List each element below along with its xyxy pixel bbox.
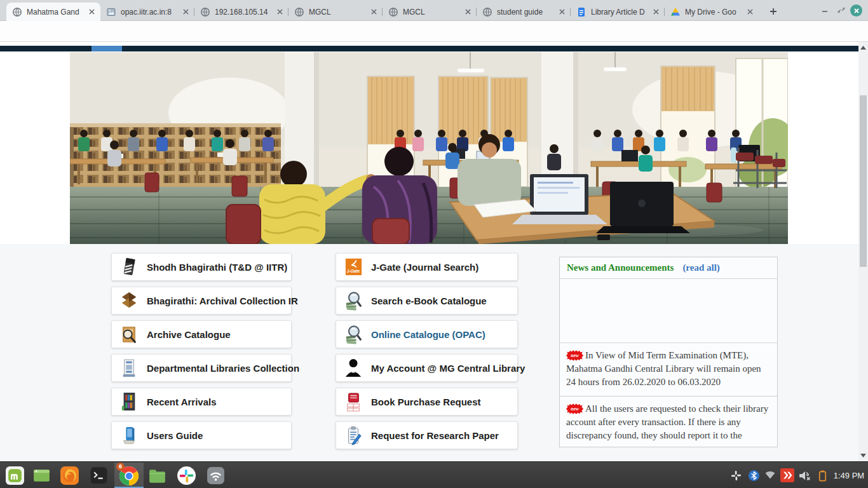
tab-my-drive[interactable]: My Drive - Goo [665,3,759,21]
taskbar-clock[interactable]: 1:49 PM [832,462,865,488]
tab-mahatma-gandhi[interactable]: Mahatma Gand [6,3,100,21]
network-manager-button[interactable] [203,464,227,486]
volume-muted-tray-icon[interactable] [797,467,812,484]
link-my-account[interactable]: My Account @ MG Central Library [336,354,518,382]
tab-title: MGCL [309,8,369,17]
news-item-text: In View of Mid Term Examination (MTE), M… [566,350,761,387]
link-book-purchase[interactable]: Book Purchase Request [336,388,518,416]
news-marquee-spacer [560,279,777,343]
battery-tray-icon[interactable] [815,467,830,484]
restore-button[interactable] [835,4,848,17]
close-tab-icon[interactable] [651,7,661,17]
link-label: Bhagirathi: Archival Collection IR [147,295,298,306]
firefox-button[interactable] [57,464,81,486]
link-label: Online Catalogue (OPAC) [371,329,485,340]
news-item: newAll the users are requested to check … [560,396,777,447]
link-label: Request for Research Paper [371,430,499,441]
link-label: Recent Arrivals [147,396,217,407]
terminal-button[interactable] [86,464,111,486]
site-nav-active-item[interactable] [92,46,122,51]
globe-icon [482,7,492,17]
globe-icon [388,7,398,17]
library-photo [70,52,788,244]
scroll-down-icon[interactable] [860,452,866,458]
link-opac[interactable]: Online Catalogue (OPAC) [336,320,518,348]
page-viewport: Shodh Bhagirathi (T&D @ IITR) Bhagirathi… [0,42,858,461]
tab-title: MGCL [403,8,463,17]
tab-title: 192.168.105.14 [215,8,275,17]
tab-opac[interactable]: opac.iitr.ac.in:8 [100,3,194,21]
link-label: Archive Catalogue [147,329,231,340]
minimize-button[interactable] [818,4,831,17]
tab-ip-address[interactable]: 192.168.105.14 [194,3,288,21]
slack-button[interactable] [174,464,198,486]
link-archival-collection[interactable]: Bhagirathi: Archival Collection IR [111,287,292,315]
tab-title: Library Article D [591,8,651,17]
news-item-text: All the users are requested to check the… [566,403,768,440]
files-button[interactable] [145,464,169,486]
red-notifier-tray-icon[interactable] [780,467,795,484]
link-label: J-Gate (Journal Search) [371,262,478,273]
close-window-button[interactable] [850,4,862,17]
close-tab-icon[interactable] [745,7,755,17]
bookshelf-icon [120,391,138,412]
link-ebook-catalogue[interactable]: Search e-Book Catalogue [336,287,518,315]
mint-menu-button[interactable] [3,464,27,486]
new-badge-icon: new [566,403,583,414]
new-tab-button[interactable] [766,4,780,18]
link-departmental-libraries[interactable]: Departmental Libraries Collection [111,354,292,382]
close-tab-icon[interactable] [369,7,379,17]
wifi-settings-icon [206,466,226,485]
wifi-tray-icon[interactable] [763,467,778,484]
clipboard-pencil-icon [344,424,362,446]
tab-title: student guide [497,8,557,17]
close-tab-icon[interactable] [180,7,191,17]
browser-toolbar: Not secure mgcl.iitr.ac.in G [0,21,868,42]
globe-icon [294,7,304,17]
mint-logo-icon [5,466,25,485]
slack-icon [177,466,196,485]
taskbar: 6 1:49 PM [0,461,868,488]
link-label: Users Guide [147,430,203,441]
svg-text:new: new [571,406,580,412]
tab-student-guide[interactable]: student guide [477,3,571,21]
user-account-icon [344,357,362,379]
tab-library-article[interactable]: Library Article D [571,3,665,21]
notification-badge: 6 [116,463,125,471]
tab-mgcl-2[interactable]: MGCL [383,3,477,21]
tab-title: Mahatma Gand [27,8,86,17]
svg-text:J-Gate: J-Gate [347,269,360,273]
link-label: Shodh Bhagirathi (T&D @ IITR) [147,262,287,273]
news-panel: News and Announcements (read all) newIn … [559,257,778,447]
link-research-paper-request[interactable]: Request for Research Paper [336,421,518,449]
tab-mgcl-1[interactable]: MGCL [288,3,383,21]
scroll-up-icon[interactable] [860,45,866,51]
chrome-taskbar-button[interactable]: 6 [114,463,144,488]
link-users-guide[interactable]: Users Guide [111,421,292,449]
firefox-icon [60,466,79,485]
guide-standee-icon [120,424,138,446]
close-tab-icon[interactable] [86,7,97,17]
link-archive-catalogue[interactable]: Archive Catalogue [111,320,292,348]
news-header: News and Announcements (read all) [560,257,777,279]
book-search-icon [344,290,362,311]
scrollbar-thumb[interactable] [860,95,867,267]
svg-text:new: new [571,353,580,358]
link-label: My Account @ MG Central Library [371,363,525,374]
slack-tray-icon[interactable] [728,467,743,484]
news-title: News and Announcements [567,262,674,273]
read-all-link[interactable]: (read all) [682,262,719,273]
link-recent-arrivals[interactable]: Recent Arrivals [111,388,292,416]
close-tab-icon[interactable] [463,7,473,17]
page-scrollbar[interactable] [858,42,868,461]
show-desktop-button[interactable] [29,464,53,486]
new-badge-icon: new [566,350,583,361]
link-label: Search e-Book Catalogue [371,295,487,306]
browser-tab-strip: Mahatma Gand opac.iitr.ac.in:8 192.168.1… [0,0,868,21]
bluetooth-tray-icon[interactable] [746,467,761,484]
link-jgate[interactable]: J-Gate J-Gate (Journal Search) [336,253,518,281]
close-tab-icon[interactable] [275,7,285,17]
desktop-icon [32,466,51,485]
close-tab-icon[interactable] [557,7,567,17]
link-shodh-bhagirathi[interactable]: Shodh Bhagirathi (T&D @ IITR) [111,253,292,281]
